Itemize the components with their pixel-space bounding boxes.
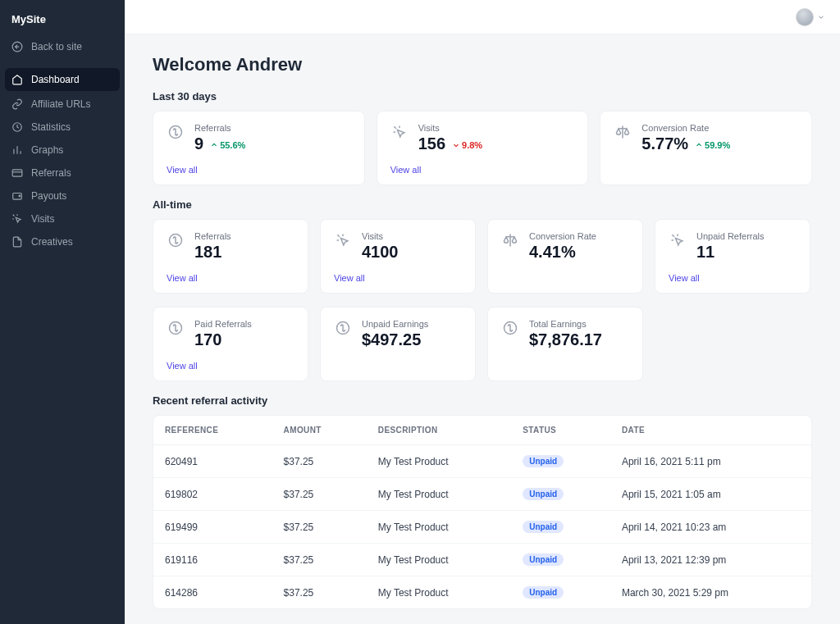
scale-icon: [614, 123, 632, 141]
cell-date: March 30, 2021 5:29 pm: [610, 576, 811, 609]
view-all-link[interactable]: View all: [334, 273, 462, 283]
chevron-down-icon: [817, 13, 825, 21]
card-value: 156: [418, 134, 445, 153]
card-value: 4.41%: [529, 243, 576, 262]
back-to-site[interactable]: Back to site: [0, 35, 125, 58]
dollar-icon: [167, 231, 185, 249]
card-label: Total Earnings: [529, 319, 602, 329]
th-status: STATUS: [511, 416, 610, 445]
cell-description: My Test Product: [367, 445, 511, 478]
status-badge: Unpaid: [523, 455, 564, 467]
sidebar-item-label: Graphs: [31, 144, 63, 156]
clock-icon: [11, 121, 23, 133]
cell-description: My Test Product: [367, 544, 511, 576]
cell-amount: $37.25: [272, 478, 367, 511]
table-row[interactable]: 619499$37.25My Test ProductUnpaidApril 1…: [153, 511, 811, 544]
sidebar-item-creatives[interactable]: Creatives: [0, 230, 125, 253]
view-all-link[interactable]: View all: [167, 273, 294, 283]
dollar-icon: [501, 319, 519, 337]
stat-card: Unpaid Earnings$497.25: [320, 307, 476, 381]
cursor-click-icon: [11, 213, 23, 225]
card-label: Unpaid Referrals: [696, 231, 765, 241]
sidebar-item-payouts[interactable]: Payouts: [0, 184, 125, 207]
svg-point-9: [19, 195, 21, 197]
stat-card: Total Earnings$7,876.17: [487, 307, 643, 381]
cell-reference: 619802: [153, 478, 272, 511]
document-icon: [11, 236, 23, 248]
sidebar-item-visits[interactable]: Visits: [0, 207, 125, 230]
stat-card: Paid Referrals170View all: [153, 307, 308, 381]
section-alltime-label: All-time: [153, 198, 812, 211]
table-row[interactable]: 614286$37.25My Test ProductUnpaidMarch 3…: [153, 576, 811, 609]
cell-reference: 620491: [153, 445, 272, 478]
card-label: Visits: [362, 231, 399, 241]
sidebar-item-label: Creatives: [31, 236, 73, 248]
sidebar: MySite Back to site Dashboard Affiliate …: [0, 0, 125, 624]
cell-date: April 15, 2021 1:05 am: [610, 478, 811, 511]
dollar-icon: [167, 123, 185, 141]
status-badge: Unpaid: [523, 586, 564, 599]
cell-status: Unpaid: [511, 478, 610, 511]
topbar: [125, 0, 840, 34]
sidebar-item-graphs[interactable]: Graphs: [0, 139, 125, 162]
sidebar-item-affiliate-urls[interactable]: Affiliate URLs: [0, 93, 125, 116]
view-all-link[interactable]: View all: [669, 273, 797, 283]
card-value: 170: [194, 330, 221, 349]
view-all-link[interactable]: View all: [167, 165, 351, 175]
cell-status: Unpaid: [511, 576, 610, 609]
th-amount: AMOUNT: [272, 416, 367, 445]
cell-status: Unpaid: [511, 544, 610, 576]
sidebar-item-label: Affiliate URLs: [31, 98, 90, 110]
card-value: 9: [194, 134, 203, 153]
svg-line-10: [13, 215, 15, 216]
table-row[interactable]: 620491$37.25My Test ProductUnpaidApril 1…: [153, 445, 811, 478]
card-icon: [11, 167, 23, 179]
scale-icon: [501, 231, 519, 249]
table-row[interactable]: 619116$37.25My Test ProductUnpaidApril 1…: [153, 544, 811, 576]
sidebar-item-referrals[interactable]: Referrals: [0, 162, 125, 184]
dollar-icon: [167, 319, 185, 337]
card-value: 4100: [362, 243, 399, 262]
svg-line-14: [394, 126, 396, 129]
site-title: MySite: [0, 7, 125, 35]
card-label: Visits: [418, 123, 482, 133]
view-all-link[interactable]: View all: [390, 165, 575, 175]
svg-line-18: [337, 235, 340, 237]
cell-reference: 619499: [153, 511, 272, 544]
alltime-cards-1: Referrals181View allVisits4100View allCo…: [153, 219, 812, 294]
cell-reference: 619116: [153, 544, 272, 576]
view-all-link[interactable]: View all: [167, 361, 294, 371]
link-icon: [11, 98, 23, 110]
th-description: DESCRIPTION: [367, 416, 511, 445]
card-referrals-30: Referrals 9 55.6% View all: [153, 111, 365, 185]
cell-amount: $37.25: [272, 576, 367, 609]
svg-line-21: [672, 235, 674, 237]
avatar: [796, 8, 814, 26]
cell-reference: 614286: [153, 576, 272, 609]
cell-description: My Test Product: [367, 478, 511, 511]
alltime-cards-2: Paid Referrals170View allUnpaid Earnings…: [153, 307, 812, 381]
last30-cards: Referrals 9 55.6% View all: [153, 111, 812, 185]
sidebar-item-statistics[interactable]: Statistics: [0, 116, 125, 139]
sidebar-item-label: Referrals: [31, 167, 71, 179]
section-last30-label: Last 30 days: [153, 90, 812, 102]
stat-card: Visits4100View all: [320, 219, 476, 294]
table-row[interactable]: 619802$37.25My Test ProductUnpaidApril 1…: [153, 478, 811, 511]
svg-rect-6: [12, 170, 22, 176]
card-value: 5.77%: [641, 134, 688, 153]
card-label: Unpaid Earnings: [362, 319, 428, 329]
cell-date: April 14, 2021 10:23 am: [610, 511, 811, 544]
user-menu[interactable]: [796, 8, 825, 26]
card-conversion-30: Conversion Rate 5.77% 59.9%: [600, 111, 812, 185]
status-badge: Unpaid: [523, 521, 564, 533]
click-icon: [334, 231, 352, 249]
back-to-site-label: Back to site: [31, 41, 82, 52]
th-reference: REFERENCE: [153, 416, 272, 445]
sidebar-item-label: Dashboard: [31, 74, 80, 85]
cell-amount: $37.25: [272, 445, 367, 478]
cell-date: April 13, 2021 12:39 pm: [610, 544, 811, 576]
recent-table: REFERENCE AMOUNT DESCRIPTION STATUS DATE…: [153, 415, 812, 609]
card-label: Paid Referrals: [194, 319, 252, 329]
card-value: $7,876.17: [529, 330, 602, 349]
sidebar-item-dashboard[interactable]: Dashboard: [5, 68, 120, 91]
